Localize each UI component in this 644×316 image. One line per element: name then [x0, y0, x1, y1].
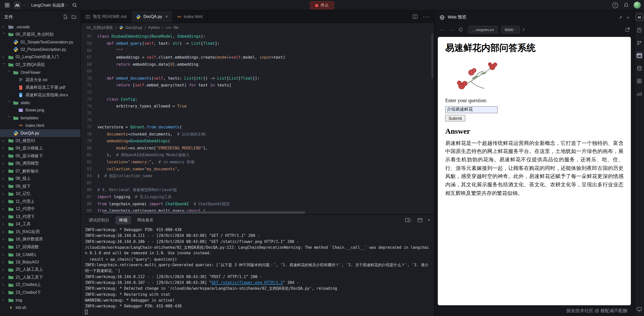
- code-line[interactable]: 69: [81, 68, 434, 75]
- code-line[interactable]: 45class DoubaoEmbeddings(BaseModel, Embe…: [81, 33, 434, 40]
- tree-item[interactable]: $init.sh: [0, 304, 80, 311]
- terminal-prompt[interactable]: [85, 309, 430, 315]
- code-line[interactable]: 78 documents=chunked_documents, # 以分块的文档: [81, 130, 434, 138]
- split-editor-icon[interactable]: [412, 14, 418, 19]
- code-line[interactable]: 70 def embed_documents(self, texts: List…: [81, 75, 434, 82]
- tree-item[interactable]: ›09_链下: [0, 182, 80, 190]
- tree-item[interactable]: ›03_模型IO: [0, 137, 80, 144]
- tree-item[interactable]: ›01_LangChain快速入门: [0, 53, 80, 61]
- tree-item[interactable]: ›21_人脉工具下: [0, 274, 80, 281]
- code-line[interactable]: 88from langchain_openai import ChatOpenA…: [81, 200, 434, 207]
- source-control-icon[interactable]: [636, 39, 643, 46]
- open-in-browser-icon[interactable]: [625, 27, 630, 32]
- tree-item[interactable]: ›17_回调函数: [0, 243, 80, 251]
- back-icon[interactable]: ←: [439, 27, 445, 33]
- close-panel-icon[interactable]: ×: [428, 218, 430, 222]
- tab-docqa-py[interactable]: DocQA.py ×: [132, 11, 173, 22]
- tree-item[interactable]: ›11_代理上: [0, 198, 80, 205]
- breadcrumb-language[interactable]: Python: [148, 26, 160, 30]
- breadcrumb-symbol[interactable]: file: [174, 26, 179, 30]
- code-line[interactable]: 77vectorstore = Qdrant.from_documents(: [81, 124, 434, 131]
- new-file-icon[interactable]: [63, 14, 68, 19]
- tree-item[interactable]: 易速鲜花员工手册.pdf: [0, 84, 80, 91]
- user-avatar[interactable]: [634, 2, 641, 9]
- chevron-down-icon[interactable]: ›: [22, 5, 26, 6]
- vm-monitor-icon[interactable]: [636, 305, 643, 313]
- forward-icon[interactable]: →: [448, 27, 455, 33]
- more-actions-icon[interactable]: ···: [423, 13, 429, 20]
- tree-item[interactable]: ›14_工具: [0, 220, 80, 228]
- code-line[interactable]: 67 embeddings = self.client.embeddings.c…: [81, 54, 434, 61]
- help-icon[interactable]: ?: [612, 2, 618, 8]
- code-line[interactable]: 83 collection_name="my_documents",: [81, 165, 434, 172]
- code-line[interactable]: 86# 4. Retrieval 准备模型和Retrieval链: [81, 186, 434, 193]
- tree-item[interactable]: ›20_人脉工具上: [0, 266, 80, 274]
- tree-item[interactable]: ›10_记忆: [0, 190, 80, 197]
- tree-item[interactable]: 01_SimpleTextGeneration.py: [0, 38, 80, 46]
- code-line[interactable]: 66 """: [81, 47, 434, 54]
- tree-item[interactable]: ›19_BabyAGI: [0, 258, 80, 266]
- question-input[interactable]: [445, 106, 498, 113]
- port-select[interactable]: 5000 ›: [501, 26, 520, 33]
- url-input[interactable]: ....mcprev.cn: [468, 26, 497, 33]
- code-line[interactable]: 85: [81, 179, 434, 186]
- url-path[interactable]: /: [523, 27, 524, 32]
- apps-grid-icon[interactable]: [3, 2, 11, 9]
- code-line[interactable]: 81 ), # 用OpenAI的Embedding Model做嵌入: [81, 151, 434, 159]
- tab-network-service[interactable]: 网络服务: [134, 216, 157, 224]
- code-line[interactable]: 76: [81, 117, 434, 124]
- tree-item[interactable]: ›12_代理中: [0, 205, 80, 213]
- database-icon[interactable]: [636, 64, 643, 72]
- terminal-output[interactable]: INFO:werkzeug: * Debugger PIN: 415-008-4…: [81, 226, 434, 316]
- bell-icon[interactable]: [622, 2, 630, 9]
- search-icon[interactable]: [71, 2, 78, 9]
- app-logo[interactable]: [14, 2, 21, 9]
- tree-item[interactable]: DocQA.py: [0, 129, 80, 137]
- code-line[interactable]: 59 def embed_query(self, text: str) -> L…: [81, 40, 434, 47]
- code-line[interactable]: 82 location=":memory:", # in-memory 存储: [81, 159, 434, 166]
- notebook-icon[interactable]: [636, 26, 643, 34]
- tree-item[interactable]: ›04_提示模板上: [0, 144, 80, 152]
- tree-item[interactable]: ›05_提示模板下: [0, 152, 80, 160]
- code-line[interactable]: 72: [81, 89, 434, 96]
- tree-item[interactable]: ›06_调用模型: [0, 160, 80, 167]
- metrics-icon[interactable]: [636, 90, 643, 97]
- horizontal-scrollbar[interactable]: [103, 211, 305, 214]
- close-tab-icon[interactable]: ×: [165, 14, 168, 19]
- web-preview-icon[interactable]: [636, 52, 643, 59]
- tree-item[interactable]: ›templates: [0, 114, 80, 122]
- tree-item[interactable]: ›15_RAG应用: [0, 228, 80, 236]
- tree-item[interactable]: W易速鲜花运营指南.docx: [0, 91, 80, 99]
- tree-item[interactable]: <>index.html: [0, 122, 80, 129]
- maximize-panel-icon[interactable]: [417, 217, 423, 223]
- code-line[interactable]: 73 class Config:: [81, 96, 434, 103]
- tree-item[interactable]: ›22_Chatbot上: [0, 281, 80, 289]
- tree-item[interactable]: 02_PictureDescription.py: [0, 46, 80, 53]
- tab-debug-console[interactable]: 调试控制台: [85, 216, 113, 224]
- tree-item[interactable]: 花语大全.txt: [0, 76, 80, 84]
- refresh-icon[interactable]: [458, 27, 465, 32]
- tree-item[interactable]: ›02_文档QA系统: [0, 61, 80, 69]
- tree-item[interactable]: flower.png: [0, 106, 80, 114]
- code-line[interactable]: 75: [81, 109, 434, 117]
- new-folder-icon[interactable]: [71, 14, 76, 19]
- code-line[interactable]: 68 return embeddings.data[0].embedding: [81, 61, 434, 68]
- breadcrumb-file[interactable]: DocQA.py: [126, 26, 142, 30]
- vertical-scrollbar[interactable]: [431, 34, 433, 79]
- stop-button[interactable]: 停止: [310, 1, 334, 9]
- code-line[interactable]: 71 return [self.embed_query(text) for te…: [81, 82, 434, 89]
- submit-button[interactable]: Submit: [445, 115, 465, 121]
- tree-item[interactable]: ›.vscode: [0, 23, 80, 31]
- close-preview-icon[interactable]: ×: [627, 15, 629, 19]
- tree-item[interactable]: ›13_代理下: [0, 213, 80, 220]
- breadcrumb-folder[interactable]: 02_文档QA系统: [87, 25, 113, 30]
- tree-item[interactable]: ›18_CAMEL: [0, 251, 80, 258]
- code-line[interactable]: 84) # 指定collection_name: [81, 172, 434, 179]
- tree-item[interactable]: ›23_Chatbot下: [0, 289, 80, 296]
- tree-item[interactable]: ›16_操作数据库: [0, 236, 80, 243]
- code-line[interactable]: 87import logging # 导入Logging工具: [81, 193, 434, 200]
- panel-layout-icon[interactable]: ›: [405, 217, 412, 223]
- tree-item[interactable]: ›img: [0, 296, 80, 304]
- tree-item[interactable]: ›07_解析输出: [0, 167, 80, 175]
- code-editor[interactable]: 45class DoubaoEmbeddings(BaseModel, Embe…: [81, 32, 434, 214]
